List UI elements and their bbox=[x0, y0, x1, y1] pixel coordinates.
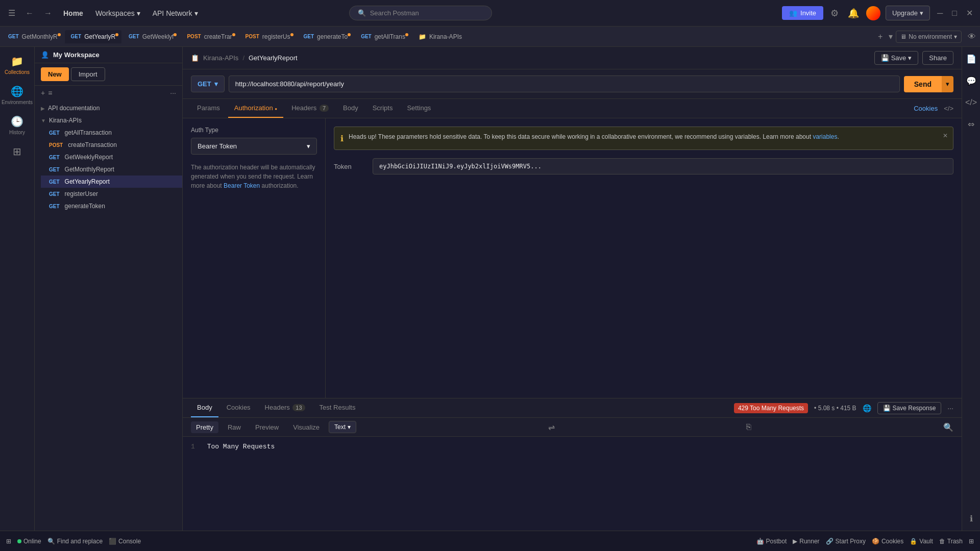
invite-button[interactable]: 👥 Invite bbox=[782, 6, 823, 20]
online-status: Online bbox=[17, 538, 41, 545]
tab-list-button[interactable]: ▾ bbox=[887, 30, 895, 43]
response-tab-test-results[interactable]: Test Results bbox=[313, 398, 362, 417]
sidebar-item-extras[interactable]: ⊞ bbox=[0, 141, 34, 162]
tab-scripts[interactable]: Scripts bbox=[366, 99, 399, 118]
tab-generateto[interactable]: GET generateTo bbox=[298, 30, 354, 43]
body-tab-visualize[interactable]: Visualize bbox=[288, 421, 325, 433]
tab-createtran[interactable]: POST createTrar bbox=[181, 30, 238, 43]
tree-item-generatetoken[interactable]: GET generateToken bbox=[41, 200, 182, 212]
wrap-lines-button[interactable]: ⇌ bbox=[548, 422, 555, 432]
vault-button[interactable]: 🔒 Vault bbox=[910, 538, 933, 545]
tree-item-createtransaction[interactable]: POST createTransaction bbox=[41, 139, 182, 151]
import-button[interactable]: Import bbox=[71, 67, 105, 81]
tab-label: GetWeeklyf bbox=[142, 33, 174, 40]
tab-registerus[interactable]: POST registerUs bbox=[239, 30, 297, 43]
save-dropdown-icon: ▾ bbox=[908, 54, 912, 62]
environment-icon-button[interactable]: 👁 bbox=[966, 30, 978, 43]
forward-button[interactable]: → bbox=[41, 7, 55, 20]
url-input[interactable] bbox=[229, 76, 900, 92]
minimize-button[interactable]: ─ bbox=[935, 9, 945, 18]
back-button[interactable]: ← bbox=[22, 7, 37, 20]
no-environment-select[interactable]: 🖥 No environment ▾ bbox=[896, 31, 962, 43]
tab-getmonthly[interactable]: GET GetMonthlyR bbox=[2, 30, 64, 43]
toggle-sidebar-button[interactable]: ⊞ bbox=[6, 538, 11, 545]
globe-icon-button[interactable]: 🌐 bbox=[863, 404, 871, 412]
right-panel-docs-button[interactable]: 📄 bbox=[963, 51, 979, 67]
tree-item-getalltransaction[interactable]: GET getAllTransaction bbox=[41, 127, 182, 139]
search-response-button[interactable]: 🔍 bbox=[943, 422, 953, 432]
start-proxy-button[interactable]: 🔗 Start Proxy bbox=[826, 538, 866, 545]
hamburger-menu[interactable]: ☰ bbox=[5, 6, 18, 20]
token-input[interactable] bbox=[373, 158, 953, 174]
more-options-button[interactable]: ··· bbox=[170, 89, 176, 97]
tab-getalltrans[interactable]: GET getAllTrans bbox=[355, 30, 411, 43]
send-button[interactable]: Send bbox=[904, 76, 942, 92]
postbot-button[interactable]: 🤖 Postbot bbox=[756, 538, 787, 545]
tab-kirana[interactable]: 📁 Kirana-APIs bbox=[412, 30, 468, 43]
tree-item-getweeklyreport[interactable]: GET GetWeeklyReport bbox=[41, 151, 182, 163]
method-select[interactable]: GET ▾ bbox=[191, 76, 225, 92]
tab-body[interactable]: Body bbox=[337, 99, 364, 118]
close-alert-button[interactable]: ✕ bbox=[943, 132, 948, 139]
settings-button[interactable]: ⚙ bbox=[828, 6, 841, 21]
copy-response-button[interactable]: ⎘ bbox=[746, 422, 751, 432]
tree-item-getyearlyreport[interactable]: GET GetYearlyReport bbox=[41, 176, 182, 188]
cookies-button[interactable]: 🍪 Cookies bbox=[872, 538, 903, 545]
tree-item-api-docs[interactable]: ▶ API documentation bbox=[35, 102, 182, 114]
body-tab-raw[interactable]: Raw bbox=[223, 421, 246, 433]
console-button[interactable]: ⬛ Console bbox=[109, 538, 141, 545]
request-tabs: Params Authorization ● Headers 7 Body Sc… bbox=[183, 99, 962, 118]
sidebar-item-environments[interactable]: 🌐 Environments bbox=[0, 81, 34, 109]
right-panel-info-button[interactable]: ℹ bbox=[967, 511, 976, 527]
tab-headers[interactable]: Headers 7 bbox=[285, 99, 335, 118]
tree-item-getmonthlyreport[interactable]: GET GetMonthlyReport bbox=[41, 163, 182, 176]
breadcrumb-collection[interactable]: Kirana-APIs bbox=[203, 54, 238, 62]
new-tab-button[interactable]: + bbox=[876, 30, 885, 43]
format-select[interactable]: Text ▾ bbox=[329, 421, 356, 433]
right-panel-comment-button[interactable]: 💬 bbox=[963, 73, 979, 89]
workspaces-menu[interactable]: Workspaces ▾ bbox=[91, 7, 144, 19]
cookies-link[interactable]: Cookies bbox=[914, 105, 938, 112]
tab-getyearly[interactable]: GET GetYearlyR bbox=[65, 30, 121, 43]
new-button[interactable]: New bbox=[41, 67, 69, 81]
right-panel-code-button[interactable]: </> bbox=[962, 95, 980, 110]
tab-params[interactable]: Params bbox=[191, 99, 226, 118]
share-button[interactable]: Share bbox=[922, 51, 953, 65]
save-response-button[interactable]: 💾 Save Response bbox=[877, 402, 942, 414]
save-button[interactable]: 💾 Save ▾ bbox=[874, 51, 919, 65]
find-replace-button[interactable]: 🔍 Find and replace bbox=[47, 538, 103, 545]
code-icon[interactable]: </> bbox=[944, 105, 953, 112]
tree-item-registeruser[interactable]: GET registerUser bbox=[41, 188, 182, 200]
add-collection-button[interactable]: + bbox=[41, 89, 45, 97]
alert-text: Heads up! These parameters hold sensitiv… bbox=[349, 133, 839, 140]
runner-button[interactable]: ▶ Runner bbox=[793, 538, 819, 545]
sort-button[interactable]: ≡ bbox=[48, 89, 52, 97]
tree-item-kirana-apis[interactable]: ▼ Kirana-APIs bbox=[35, 114, 182, 127]
auth-type-select[interactable]: Bearer Token ▾ bbox=[191, 138, 317, 155]
notification-button[interactable]: 🔔 bbox=[846, 6, 861, 21]
right-panel-expand-button[interactable]: ⇔ bbox=[965, 116, 977, 132]
trash-button[interactable]: 🗑 Trash bbox=[939, 538, 963, 545]
tab-dot bbox=[174, 33, 177, 36]
bearer-token-link[interactable]: Bearer Token bbox=[224, 182, 260, 189]
send-dropdown-button[interactable]: ▾ bbox=[942, 76, 953, 92]
upgrade-button[interactable]: Upgrade ▾ bbox=[886, 6, 930, 20]
body-tab-preview[interactable]: Preview bbox=[250, 421, 284, 433]
response-tab-headers[interactable]: Headers 13 bbox=[259, 398, 311, 417]
response-tab-body[interactable]: Body bbox=[191, 398, 218, 417]
home-button[interactable]: Home bbox=[59, 7, 87, 19]
sidebar-item-collections[interactable]: 📁 Collections bbox=[0, 51, 34, 79]
maximize-button[interactable]: □ bbox=[950, 9, 959, 18]
tab-settings[interactable]: Settings bbox=[401, 99, 437, 118]
tab-getweekly[interactable]: GET GetWeeklyf bbox=[122, 30, 180, 43]
response-tab-cookies[interactable]: Cookies bbox=[220, 398, 257, 417]
close-button[interactable]: ✕ bbox=[964, 8, 975, 18]
expand-button[interactable]: ⊞ bbox=[969, 538, 974, 545]
api-network-menu[interactable]: API Network ▾ bbox=[149, 7, 202, 19]
body-tab-pretty[interactable]: Pretty bbox=[191, 421, 218, 433]
variables-link[interactable]: variables bbox=[813, 133, 837, 140]
more-response-options[interactable]: ··· bbox=[947, 404, 953, 412]
tab-authorization[interactable]: Authorization ● bbox=[228, 99, 283, 118]
sidebar-item-history[interactable]: 🕒 History bbox=[0, 111, 34, 139]
search-bar[interactable]: 🔍 Search Postman bbox=[349, 6, 492, 20]
